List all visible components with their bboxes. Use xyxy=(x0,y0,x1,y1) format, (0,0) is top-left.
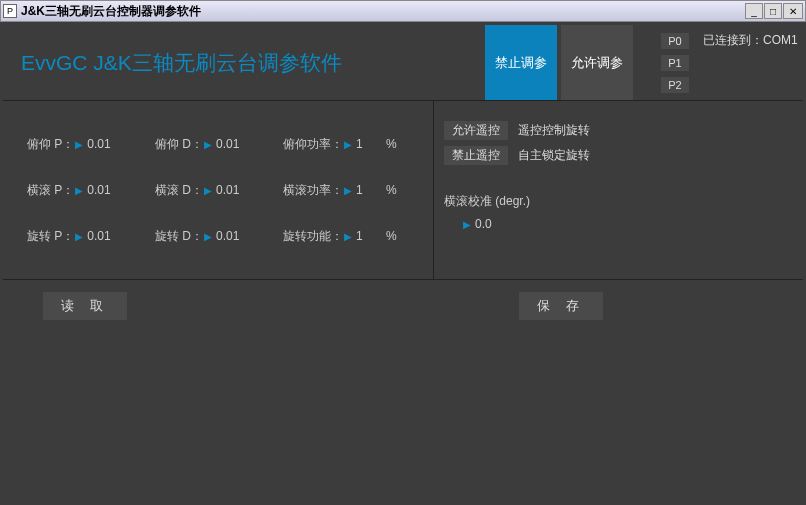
percent-label: % xyxy=(386,229,397,243)
roll-p-label: 横滚 P： xyxy=(27,182,74,199)
roll-row: 横滚 P： ▶ 横滚 D： ▶ 横滚功率： ▶ % xyxy=(27,167,433,213)
spinner-icon[interactable]: ▶ xyxy=(344,231,352,242)
roll-d-label: 横滚 D： xyxy=(155,182,203,199)
app-title: EvvGC J&K三轴无刷云台调参软件 xyxy=(3,25,485,100)
pitch-p-input[interactable] xyxy=(85,136,123,152)
pitch-power-input[interactable] xyxy=(354,136,378,152)
spinner-icon[interactable]: ▶ xyxy=(204,231,212,242)
params-right: 允许遥控 遥控控制旋转 禁止遥控 自主锁定旋转 横滚校准 (degr.) ▶ xyxy=(433,101,803,279)
app-icon: P xyxy=(3,4,17,18)
deny-remote-desc: 自主锁定旋转 xyxy=(518,147,590,164)
window-titlebar: P J&K三轴无刷云台控制器调参软件 _ □ ✕ xyxy=(0,0,806,22)
roll-power-input[interactable] xyxy=(354,182,378,198)
port-column: P0 已连接到：COM1 P1 P2 xyxy=(633,25,803,100)
params-panel: 俯仰 P： ▶ 俯仰 D： ▶ 俯仰功率： ▶ % 横滚 xyxy=(3,100,803,279)
spinner-icon[interactable]: ▶ xyxy=(463,219,471,230)
app-body: EvvGC J&K三轴无刷云台调参软件 禁止调参 允许调参 P0 已连接到：CO… xyxy=(0,22,806,505)
params-left: 俯仰 P： ▶ 俯仰 D： ▶ 俯仰功率： ▶ % 横滚 xyxy=(3,101,433,279)
stop-param-button[interactable]: 禁止调参 xyxy=(485,25,557,100)
yaw-row: 旋转 P： ▶ 旋转 D： ▶ 旋转功能： ▶ % xyxy=(27,213,433,259)
port-p0-button[interactable]: P0 xyxy=(661,33,689,49)
read-button[interactable]: 读 取 xyxy=(43,292,127,320)
allow-remote-desc: 遥控控制旋转 xyxy=(518,122,590,139)
deny-remote-row: 禁止遥控 自主锁定旋转 xyxy=(444,146,803,165)
allow-param-button[interactable]: 允许调参 xyxy=(561,25,633,100)
pitch-d-input[interactable] xyxy=(214,136,252,152)
window-controls: _ □ ✕ xyxy=(745,3,803,19)
action-row: 读 取 保 存 xyxy=(3,279,803,320)
connection-status: 已连接到：COM1 xyxy=(703,32,798,49)
roll-calibration-label: 横滚校准 (degr.) xyxy=(444,193,803,210)
pitch-row: 俯仰 P： ▶ 俯仰 D： ▶ 俯仰功率： ▶ % xyxy=(27,121,433,167)
header-row: EvvGC J&K三轴无刷云台调参软件 禁止调参 允许调参 P0 已连接到：CO… xyxy=(3,25,803,100)
spinner-icon[interactable]: ▶ xyxy=(75,231,83,242)
minimize-button[interactable]: _ xyxy=(745,3,763,19)
allow-remote-button[interactable]: 允许遥控 xyxy=(444,121,508,140)
pitch-d-label: 俯仰 D： xyxy=(155,136,203,153)
percent-label: % xyxy=(386,137,397,151)
roll-power-label: 横滚功率： xyxy=(283,182,343,199)
port-p1-button[interactable]: P1 xyxy=(661,55,689,71)
maximize-button[interactable]: □ xyxy=(764,3,782,19)
spinner-icon[interactable]: ▶ xyxy=(344,139,352,150)
spinner-icon[interactable]: ▶ xyxy=(75,185,83,196)
close-button[interactable]: ✕ xyxy=(783,3,803,19)
yaw-power-input[interactable] xyxy=(354,228,378,244)
port-p2-button[interactable]: P2 xyxy=(661,77,689,93)
spinner-icon[interactable]: ▶ xyxy=(204,139,212,150)
yaw-d-input[interactable] xyxy=(214,228,252,244)
yaw-p-label: 旋转 P： xyxy=(27,228,74,245)
percent-label: % xyxy=(386,183,397,197)
deny-remote-button[interactable]: 禁止遥控 xyxy=(444,146,508,165)
pitch-power-label: 俯仰功率： xyxy=(283,136,343,153)
spinner-icon[interactable]: ▶ xyxy=(204,185,212,196)
save-button[interactable]: 保 存 xyxy=(519,292,603,320)
allow-remote-row: 允许遥控 遥控控制旋转 xyxy=(444,121,803,140)
yaw-d-label: 旋转 D： xyxy=(155,228,203,245)
roll-p-input[interactable] xyxy=(85,182,123,198)
spinner-icon[interactable]: ▶ xyxy=(344,185,352,196)
window-title: J&K三轴无刷云台控制器调参软件 xyxy=(21,3,745,20)
yaw-p-input[interactable] xyxy=(85,228,123,244)
spinner-icon[interactable]: ▶ xyxy=(75,139,83,150)
pitch-p-label: 俯仰 P： xyxy=(27,136,74,153)
roll-calibration-input[interactable] xyxy=(473,216,511,232)
roll-d-input[interactable] xyxy=(214,182,252,198)
yaw-power-label: 旋转功能： xyxy=(283,228,343,245)
